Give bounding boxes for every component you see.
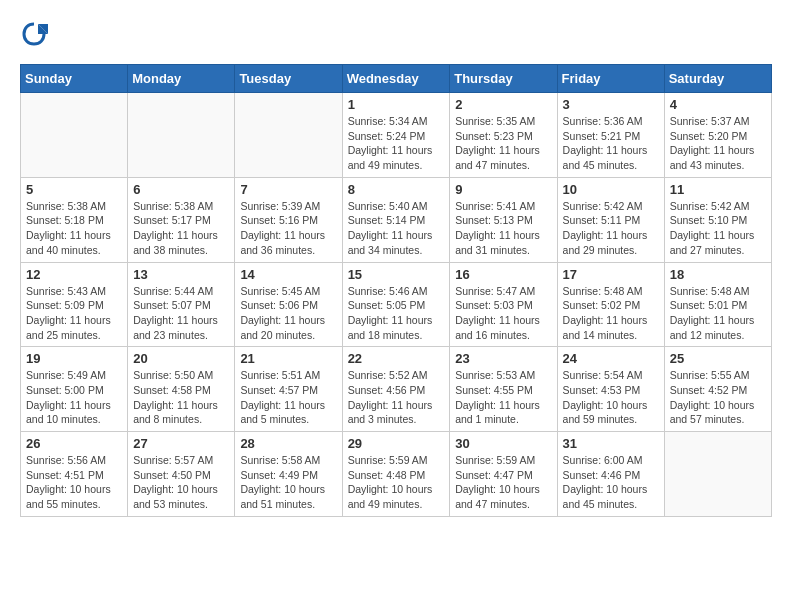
calendar-day-cell: 1Sunrise: 5:34 AM Sunset: 5:24 PM Daylig… — [342, 93, 450, 178]
day-number: 25 — [670, 351, 766, 366]
logo-icon — [20, 20, 48, 48]
calendar-weekday-saturday: Saturday — [664, 65, 771, 93]
day-info: Sunrise: 5:48 AM Sunset: 5:02 PM Dayligh… — [563, 284, 659, 343]
day-number: 7 — [240, 182, 336, 197]
day-info: Sunrise: 5:50 AM Sunset: 4:58 PM Dayligh… — [133, 368, 229, 427]
calendar-day-cell: 23Sunrise: 5:53 AM Sunset: 4:55 PM Dayli… — [450, 347, 557, 432]
day-number: 19 — [26, 351, 122, 366]
day-number: 13 — [133, 267, 229, 282]
calendar-day-cell — [235, 93, 342, 178]
day-info: Sunrise: 5:39 AM Sunset: 5:16 PM Dayligh… — [240, 199, 336, 258]
calendar-week-row: 5Sunrise: 5:38 AM Sunset: 5:18 PM Daylig… — [21, 177, 772, 262]
day-info: Sunrise: 5:40 AM Sunset: 5:14 PM Dayligh… — [348, 199, 445, 258]
calendar-day-cell: 9Sunrise: 5:41 AM Sunset: 5:13 PM Daylig… — [450, 177, 557, 262]
calendar-day-cell: 27Sunrise: 5:57 AM Sunset: 4:50 PM Dayli… — [128, 432, 235, 517]
day-info: Sunrise: 5:59 AM Sunset: 4:47 PM Dayligh… — [455, 453, 551, 512]
calendar-day-cell: 3Sunrise: 5:36 AM Sunset: 5:21 PM Daylig… — [557, 93, 664, 178]
day-number: 17 — [563, 267, 659, 282]
day-info: Sunrise: 5:42 AM Sunset: 5:10 PM Dayligh… — [670, 199, 766, 258]
calendar-day-cell: 24Sunrise: 5:54 AM Sunset: 4:53 PM Dayli… — [557, 347, 664, 432]
day-number: 24 — [563, 351, 659, 366]
day-info: Sunrise: 5:43 AM Sunset: 5:09 PM Dayligh… — [26, 284, 122, 343]
day-number: 28 — [240, 436, 336, 451]
day-number: 5 — [26, 182, 122, 197]
calendar-day-cell: 21Sunrise: 5:51 AM Sunset: 4:57 PM Dayli… — [235, 347, 342, 432]
calendar-week-row: 1Sunrise: 5:34 AM Sunset: 5:24 PM Daylig… — [21, 93, 772, 178]
day-info: Sunrise: 5:55 AM Sunset: 4:52 PM Dayligh… — [670, 368, 766, 427]
calendar-day-cell: 15Sunrise: 5:46 AM Sunset: 5:05 PM Dayli… — [342, 262, 450, 347]
day-info: Sunrise: 5:52 AM Sunset: 4:56 PM Dayligh… — [348, 368, 445, 427]
calendar-day-cell: 11Sunrise: 5:42 AM Sunset: 5:10 PM Dayli… — [664, 177, 771, 262]
calendar-day-cell: 19Sunrise: 5:49 AM Sunset: 5:00 PM Dayli… — [21, 347, 128, 432]
calendar-day-cell: 22Sunrise: 5:52 AM Sunset: 4:56 PM Dayli… — [342, 347, 450, 432]
day-number: 11 — [670, 182, 766, 197]
day-info: Sunrise: 5:36 AM Sunset: 5:21 PM Dayligh… — [563, 114, 659, 173]
day-info: Sunrise: 5:59 AM Sunset: 4:48 PM Dayligh… — [348, 453, 445, 512]
day-number: 27 — [133, 436, 229, 451]
day-info: Sunrise: 5:49 AM Sunset: 5:00 PM Dayligh… — [26, 368, 122, 427]
page-header — [20, 20, 772, 48]
calendar-day-cell: 18Sunrise: 5:48 AM Sunset: 5:01 PM Dayli… — [664, 262, 771, 347]
day-number: 8 — [348, 182, 445, 197]
calendar-day-cell: 31Sunrise: 6:00 AM Sunset: 4:46 PM Dayli… — [557, 432, 664, 517]
day-info: Sunrise: 5:48 AM Sunset: 5:01 PM Dayligh… — [670, 284, 766, 343]
day-info: Sunrise: 5:56 AM Sunset: 4:51 PM Dayligh… — [26, 453, 122, 512]
calendar-header-row: SundayMondayTuesdayWednesdayThursdayFrid… — [21, 65, 772, 93]
calendar-day-cell: 20Sunrise: 5:50 AM Sunset: 4:58 PM Dayli… — [128, 347, 235, 432]
day-number: 21 — [240, 351, 336, 366]
day-number: 29 — [348, 436, 445, 451]
day-info: Sunrise: 5:42 AM Sunset: 5:11 PM Dayligh… — [563, 199, 659, 258]
day-number: 22 — [348, 351, 445, 366]
calendar-day-cell — [664, 432, 771, 517]
day-number: 10 — [563, 182, 659, 197]
day-number: 16 — [455, 267, 551, 282]
calendar-day-cell: 7Sunrise: 5:39 AM Sunset: 5:16 PM Daylig… — [235, 177, 342, 262]
calendar-day-cell: 2Sunrise: 5:35 AM Sunset: 5:23 PM Daylig… — [450, 93, 557, 178]
day-info: Sunrise: 5:41 AM Sunset: 5:13 PM Dayligh… — [455, 199, 551, 258]
day-info: Sunrise: 5:53 AM Sunset: 4:55 PM Dayligh… — [455, 368, 551, 427]
calendar-day-cell: 6Sunrise: 5:38 AM Sunset: 5:17 PM Daylig… — [128, 177, 235, 262]
calendar-week-row: 12Sunrise: 5:43 AM Sunset: 5:09 PM Dayli… — [21, 262, 772, 347]
calendar-day-cell: 8Sunrise: 5:40 AM Sunset: 5:14 PM Daylig… — [342, 177, 450, 262]
calendar-day-cell: 29Sunrise: 5:59 AM Sunset: 4:48 PM Dayli… — [342, 432, 450, 517]
day-number: 12 — [26, 267, 122, 282]
calendar-day-cell: 26Sunrise: 5:56 AM Sunset: 4:51 PM Dayli… — [21, 432, 128, 517]
calendar-day-cell — [21, 93, 128, 178]
calendar-weekday-thursday: Thursday — [450, 65, 557, 93]
day-info: Sunrise: 5:58 AM Sunset: 4:49 PM Dayligh… — [240, 453, 336, 512]
calendar-day-cell — [128, 93, 235, 178]
calendar-day-cell: 28Sunrise: 5:58 AM Sunset: 4:49 PM Dayli… — [235, 432, 342, 517]
day-number: 23 — [455, 351, 551, 366]
day-number: 3 — [563, 97, 659, 112]
calendar-week-row: 26Sunrise: 5:56 AM Sunset: 4:51 PM Dayli… — [21, 432, 772, 517]
day-info: Sunrise: 5:34 AM Sunset: 5:24 PM Dayligh… — [348, 114, 445, 173]
day-number: 18 — [670, 267, 766, 282]
day-number: 20 — [133, 351, 229, 366]
day-info: Sunrise: 5:47 AM Sunset: 5:03 PM Dayligh… — [455, 284, 551, 343]
calendar-day-cell: 12Sunrise: 5:43 AM Sunset: 5:09 PM Dayli… — [21, 262, 128, 347]
day-info: Sunrise: 5:57 AM Sunset: 4:50 PM Dayligh… — [133, 453, 229, 512]
calendar-weekday-friday: Friday — [557, 65, 664, 93]
day-info: Sunrise: 5:54 AM Sunset: 4:53 PM Dayligh… — [563, 368, 659, 427]
day-number: 6 — [133, 182, 229, 197]
calendar-weekday-monday: Monday — [128, 65, 235, 93]
day-info: Sunrise: 5:46 AM Sunset: 5:05 PM Dayligh… — [348, 284, 445, 343]
calendar-day-cell: 30Sunrise: 5:59 AM Sunset: 4:47 PM Dayli… — [450, 432, 557, 517]
calendar-day-cell: 16Sunrise: 5:47 AM Sunset: 5:03 PM Dayli… — [450, 262, 557, 347]
day-info: Sunrise: 6:00 AM Sunset: 4:46 PM Dayligh… — [563, 453, 659, 512]
day-number: 26 — [26, 436, 122, 451]
calendar-day-cell: 4Sunrise: 5:37 AM Sunset: 5:20 PM Daylig… — [664, 93, 771, 178]
day-number: 2 — [455, 97, 551, 112]
calendar-day-cell: 17Sunrise: 5:48 AM Sunset: 5:02 PM Dayli… — [557, 262, 664, 347]
day-number: 9 — [455, 182, 551, 197]
day-number: 30 — [455, 436, 551, 451]
calendar-day-cell: 5Sunrise: 5:38 AM Sunset: 5:18 PM Daylig… — [21, 177, 128, 262]
day-info: Sunrise: 5:38 AM Sunset: 5:17 PM Dayligh… — [133, 199, 229, 258]
day-info: Sunrise: 5:51 AM Sunset: 4:57 PM Dayligh… — [240, 368, 336, 427]
day-info: Sunrise: 5:37 AM Sunset: 5:20 PM Dayligh… — [670, 114, 766, 173]
day-number: 4 — [670, 97, 766, 112]
day-info: Sunrise: 5:44 AM Sunset: 5:07 PM Dayligh… — [133, 284, 229, 343]
day-number: 31 — [563, 436, 659, 451]
calendar-table: SundayMondayTuesdayWednesdayThursdayFrid… — [20, 64, 772, 517]
day-number: 15 — [348, 267, 445, 282]
